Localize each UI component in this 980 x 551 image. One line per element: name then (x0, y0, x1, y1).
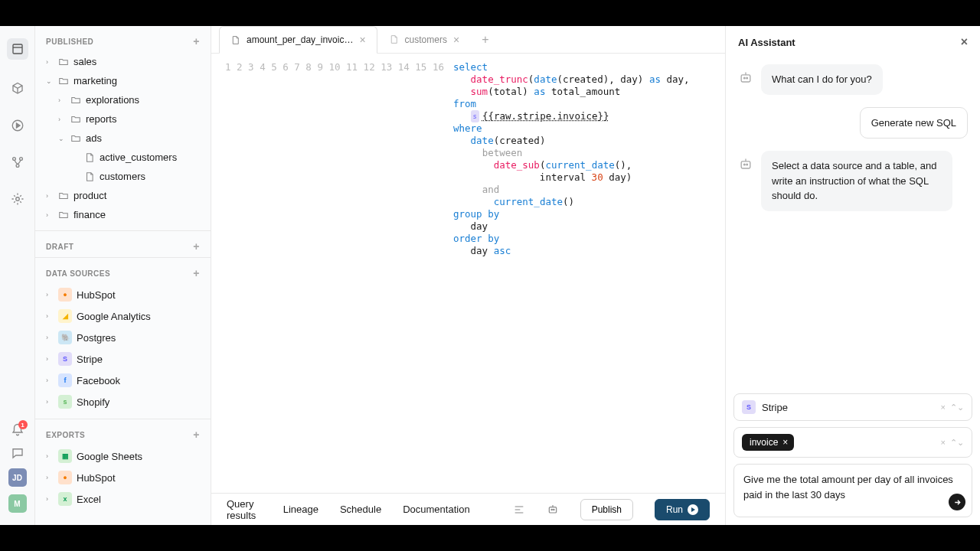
ds-dropdown-icon[interactable]: ⌃⌄ (950, 403, 964, 412)
editor-tabs: amount_per_day_invoic… × customers × + (211, 26, 725, 54)
nav-play-icon[interactable] (10, 118, 25, 133)
section-datasources-header: DATA SOURCES + (35, 258, 211, 284)
svg-point-10 (744, 77, 746, 79)
clear-ds-icon[interactable]: × (941, 403, 946, 412)
svg-point-4 (16, 165, 19, 168)
generate-sql-button[interactable]: Generate new SQL (860, 107, 968, 139)
tab-schedule[interactable]: Schedule (340, 504, 381, 515)
tab-lineage[interactable]: Lineage (283, 504, 318, 515)
nav-rail: 1 JD M (0, 26, 35, 525)
notification-badge: 1 (18, 420, 28, 429)
sidebar: PUBLISHED + ›sales ⌄marketing ›explorati… (35, 26, 211, 525)
nav-chat-icon[interactable] (10, 445, 25, 461)
section-exports-header: EXPORTS + (35, 419, 211, 445)
instruction-input[interactable]: Give me the total amount per day of all … (733, 464, 972, 517)
publish-button[interactable]: Publish (580, 499, 633, 520)
assistant-instruction: Select a data source and a table, and wr… (761, 151, 952, 211)
ds-facebook[interactable]: ›fFacebook (35, 370, 211, 391)
svg-rect-9 (741, 75, 750, 82)
nav-notifications-icon[interactable]: 1 (10, 422, 25, 438)
ds-stripe[interactable]: ›SStripe (35, 348, 211, 370)
svg-rect-12 (741, 161, 750, 168)
svg-point-5 (15, 197, 19, 201)
svg-point-3 (19, 158, 22, 161)
export-excel[interactable]: ›xExcel (35, 488, 211, 510)
nav-branch-icon[interactable] (10, 155, 25, 170)
clear-table-icon[interactable]: × (941, 438, 946, 448)
folder-ads[interactable]: ⌄ads (35, 129, 211, 148)
datasource-select[interactable]: S Stripe ×⌃⌄ (733, 393, 972, 421)
avatar-m[interactable]: M (8, 494, 27, 513)
assistant-chat: What can I do for you? Generate new SQL … (726, 58, 980, 393)
ds-hubspot[interactable]: ›●HubSpot (35, 284, 211, 305)
editor-area: amount_per_day_invoic… × customers × + 1… (211, 26, 726, 525)
send-button[interactable] (949, 494, 965, 510)
add-published-icon[interactable]: + (193, 35, 200, 47)
tab-customers[interactable]: customers × (377, 26, 472, 54)
ai-assistant-panel: AI Assistant × What can I do for you? Ge… (726, 26, 980, 525)
svg-point-14 (746, 164, 748, 165)
line-gutter: 1 2 3 4 5 6 7 8 9 10 11 12 13 14 15 16 (211, 61, 453, 493)
add-export-icon[interactable]: + (193, 429, 200, 441)
svg-point-2 (12, 158, 15, 161)
table-dropdown-icon[interactable]: ⌃⌄ (950, 438, 964, 448)
folder-explorations[interactable]: ›explorations (35, 90, 211, 109)
section-draft-header: DRAFT + (35, 231, 211, 257)
close-tab-icon[interactable]: × (453, 34, 459, 46)
close-assistant-icon[interactable]: × (961, 35, 968, 49)
section-published-header: PUBLISHED + (35, 26, 211, 52)
svg-point-11 (746, 77, 748, 79)
bot-icon (738, 157, 753, 172)
nav-cube-icon[interactable] (10, 81, 25, 96)
assistant-title: AI Assistant (738, 37, 795, 48)
folder-product[interactable]: ›product (35, 186, 211, 205)
code-editor[interactable]: 1 2 3 4 5 6 7 8 9 10 11 12 13 14 15 16 s… (211, 54, 725, 493)
svg-point-7 (551, 509, 552, 510)
new-tab-icon[interactable]: + (471, 33, 499, 47)
nav-settings-icon[interactable] (10, 191, 25, 207)
folder-marketing[interactable]: ⌄marketing (35, 71, 211, 90)
ds-shopify[interactable]: ›sShopify (35, 391, 211, 412)
run-button[interactable]: Run (655, 499, 710, 520)
folder-reports[interactable]: ›reports (35, 109, 211, 129)
add-draft-icon[interactable]: + (193, 240, 200, 253)
table-select[interactable]: invoice× ×⌃⌄ (733, 427, 972, 458)
tab-amount-per-day[interactable]: amount_per_day_invoic… × (219, 26, 377, 54)
table-tag: invoice× (742, 434, 794, 451)
close-tab-icon[interactable]: × (359, 34, 365, 46)
svg-rect-0 (13, 44, 22, 54)
export-gsheets[interactable]: ›▦Google Sheets (35, 445, 211, 467)
play-icon (688, 504, 698, 515)
svg-point-13 (744, 164, 746, 165)
avatar-jd[interactable]: JD (8, 468, 27, 487)
file-customers[interactable]: customers (35, 167, 211, 186)
ds-google-analytics[interactable]: ›◢Google Analytics (35, 305, 211, 327)
svg-point-8 (553, 509, 554, 510)
file-active-customers[interactable]: active_customers (35, 148, 211, 167)
assistant-greeting: What can I do for you? (761, 64, 883, 95)
tab-query-results[interactable]: Query results (227, 498, 262, 521)
add-datasource-icon[interactable]: + (193, 267, 200, 279)
code-body[interactable]: select date_trunc(date(created), day) as… (453, 61, 690, 493)
svg-rect-6 (549, 507, 556, 512)
bot-icon (738, 70, 753, 86)
folder-finance[interactable]: ›finance (35, 205, 211, 224)
app-root: 1 JD M PUBLISHED + ›sales ⌄marketing ›ex… (0, 26, 980, 525)
format-icon[interactable] (513, 504, 525, 516)
ai-icon[interactable] (547, 504, 559, 516)
ds-postgres[interactable]: ›🐘Postgres (35, 327, 211, 348)
export-hubspot[interactable]: ›●HubSpot (35, 467, 211, 488)
folder-sales[interactable]: ›sales (35, 52, 211, 71)
stripe-icon: S (742, 400, 756, 414)
tab-documentation[interactable]: Documentation (403, 504, 469, 515)
remove-tag-icon[interactable]: × (782, 437, 788, 448)
editor-bottom-bar: Query results Lineage Schedule Documenta… (211, 493, 725, 525)
nav-workspace-icon[interactable] (7, 38, 28, 60)
